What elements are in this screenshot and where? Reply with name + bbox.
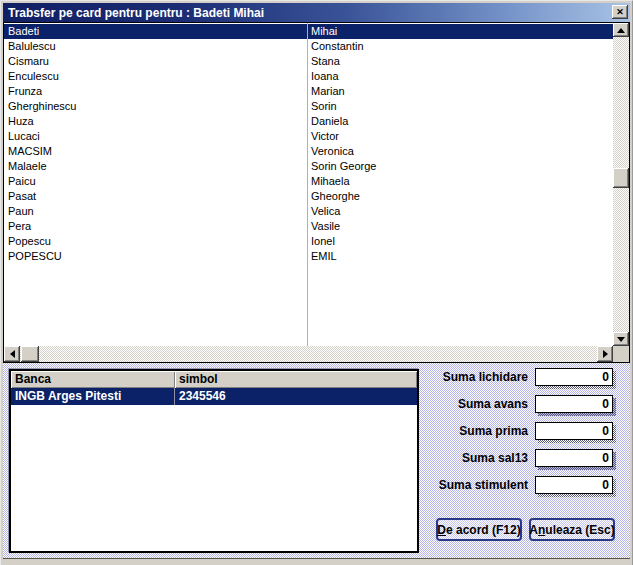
bank-symbol-cell: 2345546 [175,388,417,405]
first-name-cell: Mihaela [307,174,613,189]
last-name-cell: Cismaru [4,54,307,69]
field-label: Suma lichidare [443,370,528,384]
field-label: Suma avans [458,397,528,411]
scrollbar-corner [613,346,629,362]
last-name-cell: MACSIM [4,144,307,159]
first-name-cell: Veronica [307,144,613,159]
bottom-panel: Banca simbol INGB Arges Pitesti 2345546 … [3,363,630,559]
transfer-list-row[interactable]: Malaele Sorin George [4,159,613,174]
first-name-cell: EMIL [307,249,613,264]
horizontal-scrollbar[interactable] [4,346,613,362]
title-bar[interactable]: Trabsfer pe card pentru pentru : Badeti … [3,3,630,22]
first-name-cell: Marian [307,84,613,99]
first-name-cell: Ioana [307,69,613,84]
bank-name-cell: INGB Arges Pitesti [11,388,175,405]
scroll-up-button[interactable] [613,23,629,37]
bank-list: Banca simbol INGB Arges Pitesti 2345546 [9,369,419,553]
last-name-cell: Lucaci [4,129,307,144]
scroll-left-button[interactable] [4,346,20,362]
field-label: Suma stimulent [439,478,528,492]
field-input-shadow: 0 [535,422,613,440]
anuleaza-button[interactable]: Anuleaza (Esc) [529,518,615,541]
window-title: Trabsfer pe card pentru pentru : Badeti … [8,6,264,20]
transfer-list-row[interactable]: Pera Vasile [4,219,613,234]
last-name-cell: Frunza [4,84,307,99]
bank-col-header-simbol[interactable]: simbol [175,371,417,388]
field-row: Suma stimulent 0 [439,476,613,494]
last-name-cell: Paun [4,204,307,219]
field-label: Suma prima [459,424,528,438]
chevron-down-icon [617,337,625,342]
field-input-shadow: 0 [535,368,613,386]
first-name-cell: Stana [307,54,613,69]
first-name-cell: Sorin George [307,159,613,174]
field-row: Suma prima 0 [439,422,613,440]
chevron-right-icon [603,350,608,358]
suma-input[interactable]: 0 [535,368,613,386]
first-name-cell: Mihai [307,24,613,39]
bank-list-header: Banca simbol [11,371,417,388]
chevron-left-icon [10,350,15,358]
transfer-list-row[interactable]: Gherghinescu Sorin [4,99,613,114]
first-name-cell: Daniela [307,114,613,129]
transfer-list-row[interactable]: Paun Velica [4,204,613,219]
first-name-cell: Victor [307,129,613,144]
last-name-cell: Paicu [4,174,307,189]
de-acord-button[interactable]: De acord (F12) [436,518,522,541]
transfer-list-row[interactable]: Huza Daniela [4,114,613,129]
vertical-scroll-thumb[interactable] [613,168,629,188]
field-row: Suma avans 0 [439,395,613,413]
field-row: Suma sal13 0 [439,449,613,467]
field-row: Suma lichidare 0 [439,368,613,386]
close-button[interactable]: ✕ [612,5,628,19]
ok-accel: D [437,523,446,537]
ok-label: e acord (F12) [446,523,521,537]
transfer-list-row[interactable]: Cismaru Stana [4,54,613,69]
first-name-cell: Sorin [307,99,613,114]
last-name-cell: Malaele [4,159,307,174]
scroll-down-button[interactable] [613,332,629,346]
suma-fields: Suma lichidare 0 Suma avans 0 Suma prima [439,368,613,503]
vertical-scrollbar[interactable] [613,23,629,346]
transfer-list-rows: Badeti Mihai Balulescu Constantin Cismar… [4,24,613,264]
last-name-cell: POPESCU [4,249,307,264]
transfer-list-row[interactable]: Paicu Mihaela [4,174,613,189]
chevron-up-icon [617,28,625,33]
last-name-cell: Huza [4,114,307,129]
first-name-cell: Gheorghe [307,189,613,204]
bank-col-header-banca[interactable]: Banca [11,371,175,388]
bank-list-rows: INGB Arges Pitesti 2345546 [11,388,417,405]
transfer-list-row[interactable]: Badeti Mihai [4,24,613,39]
transfer-list-row[interactable]: POPESCU EMIL [4,249,613,264]
transfer-list-row[interactable]: Balulescu Constantin [4,39,613,54]
transfer-list-row[interactable]: Popescu Ionel [4,234,613,249]
suma-input[interactable]: 0 [535,476,613,494]
field-input-shadow: 0 [535,476,613,494]
last-name-cell: Gherghinescu [4,99,307,114]
suma-input[interactable]: 0 [535,422,613,440]
first-name-cell: Velica [307,204,613,219]
transfer-list-row[interactable]: MACSIM Veronica [4,144,613,159]
suma-input[interactable]: 0 [535,395,613,413]
field-input-shadow: 0 [535,449,613,467]
last-name-cell: Badeti [4,24,307,39]
column-divider [307,23,308,346]
last-name-cell: Popescu [4,234,307,249]
transfer-list-row[interactable]: Lucaci Victor [4,129,613,144]
bank-row[interactable]: INGB Arges Pitesti 2345546 [11,388,417,405]
transfer-list-row[interactable]: Enculescu Ioana [4,69,613,84]
first-name-cell: Ionel [307,234,613,249]
transfer-list-row[interactable]: Pasat Gheorghe [4,189,613,204]
field-label: Suma sal13 [462,451,528,465]
last-name-cell: Pasat [4,189,307,204]
field-input-shadow: 0 [535,395,613,413]
command-buttons: De acord (F12) Anuleaza (Esc) [436,518,615,541]
suma-input[interactable]: 0 [535,449,613,467]
cancel-pre: A [529,523,538,537]
last-name-cell: Balulescu [4,39,307,54]
transfer-list-row[interactable]: Frunza Marian [4,84,613,99]
first-name-cell: Constantin [307,39,613,54]
horizontal-scroll-thumb[interactable] [21,346,39,362]
scroll-right-button[interactable] [597,346,613,362]
close-icon: ✕ [616,8,624,17]
